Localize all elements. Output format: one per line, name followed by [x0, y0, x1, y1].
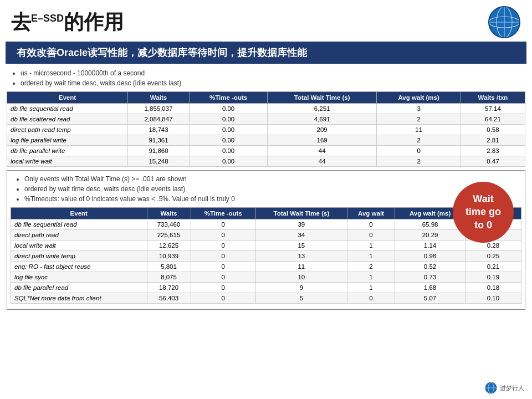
table-cell: 91,361 [127, 135, 189, 146]
table-cell: 0.98 [395, 251, 465, 262]
section1-bullets: us - microsecond - 1000000th of a second… [7, 68, 525, 88]
subtitle-banner: 有效改善Oracle读写性能，减少数据库等待时间，提升数据库性能 [6, 42, 526, 64]
section2: Only events with Total Wait Time (s) >= … [7, 170, 525, 310]
table-cell: 91,860 [127, 146, 189, 156]
table-row: db file scattered read2,084,8470.004,691… [7, 114, 525, 125]
table-cell: 2.81 [461, 135, 525, 146]
bullet-item: ordered by wait time desc, waits desc (i… [21, 78, 525, 88]
table-cell: local write wait [11, 241, 147, 251]
table-cell: 56,403 [147, 293, 191, 304]
table-cell: 2 [377, 114, 461, 125]
table-cell: 0.00 [190, 156, 268, 167]
table-cell: 0 [191, 283, 256, 293]
footer-logo: 进梦行人 [484, 381, 524, 395]
table-cell: 2 [377, 135, 461, 146]
table-cell: 0.00 [190, 135, 268, 146]
table-cell: 0.47 [461, 156, 525, 167]
table-cell: direct path read [11, 230, 147, 241]
table-row: direct path read225,615034020.290.64 [11, 230, 521, 241]
col-header-waitstxn: Waits /txn [461, 92, 525, 104]
table-row: log file parallel write91,3610.0016922.8… [7, 135, 525, 146]
s2-col-event: Event [11, 208, 147, 219]
table-cell: 1 [347, 241, 395, 251]
table-cell: 0.00 [190, 104, 268, 114]
col-header-totalwait: Total Wait Time (s) [268, 92, 377, 104]
table-cell: 0 [347, 230, 395, 241]
content-area: us - microsecond - 1000000th of a second… [0, 64, 532, 314]
title-suffix: 的作用 [64, 11, 124, 33]
s2-col-totalwait: Total Wait Time (s) [256, 208, 347, 219]
table-cell: 10,939 [147, 251, 191, 262]
table-cell: direct path read temp [7, 125, 128, 135]
table-cell: 209 [268, 125, 377, 135]
table-cell: enq: RO - fast object reuse [11, 262, 147, 272]
table-cell: 0.00 [190, 146, 268, 156]
col-header-timeouts: %Time -outs [190, 92, 268, 104]
table-cell: 2 [377, 156, 461, 167]
table-cell: 2.83 [461, 146, 525, 156]
table-cell: 0 [191, 219, 256, 230]
footer-globe-icon [484, 381, 498, 395]
table-row: enq: RO - fast object reuse5,80101120.52… [11, 262, 521, 272]
table-row: direct path read temp18,7430.00209110.58 [7, 125, 525, 135]
table-cell: 44 [268, 146, 377, 156]
col-header-avgwait: Avg wait (ms) [377, 92, 461, 104]
table-cell: 39 [256, 219, 347, 230]
table-cell: 1 [347, 272, 395, 283]
table-cell: 733,460 [147, 219, 191, 230]
table-row: local write wait12,62501511.140.28 [11, 241, 521, 251]
table-cell: 8,075 [147, 272, 191, 283]
bullet-item: us - microsecond - 1000000th of a second [21, 68, 525, 78]
table-cell: 5 [256, 293, 347, 304]
section2-table: Event Waits %Time -outs Total Wait Time … [11, 207, 521, 304]
col-header-waits: Waits [127, 92, 189, 104]
table-cell: db file parallel write [7, 146, 128, 156]
table-cell: 5.07 [395, 293, 465, 304]
table-cell: 225,615 [147, 230, 191, 241]
table-cell: 1.68 [395, 283, 465, 293]
table-cell: 1 [347, 283, 395, 293]
table-row: log file sync8,07501010.730.19 [11, 272, 521, 283]
wait-line1: Wait [473, 193, 493, 204]
table-cell: direct path write temp [11, 251, 147, 262]
table-cell: db file scattered read [7, 114, 128, 125]
table-cell: 3 [377, 104, 461, 114]
table-row: db file parallel write91,8600.004402.83 [7, 146, 525, 156]
table-cell: 57.14 [461, 104, 525, 114]
table-cell: 20.29 [395, 230, 465, 241]
table-cell: 1,855,037 [127, 104, 189, 114]
table-cell: 0 [191, 272, 256, 283]
table-cell: db file sequential read [7, 104, 128, 114]
table-cell: 6,251 [268, 104, 377, 114]
table-cell: 34 [256, 230, 347, 241]
title-prefix: 去 [11, 11, 31, 33]
table-cell: 64.21 [461, 114, 525, 125]
table-cell: 44 [268, 156, 377, 167]
table-cell: 0.52 [395, 262, 465, 272]
title-main: E–SSD [31, 13, 64, 24]
section1-table: Event Waits %Time -outs Total Wait Time … [7, 91, 525, 167]
table-cell: 0 [347, 219, 395, 230]
table-cell: db file parallel read [11, 283, 147, 293]
table-cell: local write wait [7, 156, 128, 167]
table-row: db file sequential read733,460039065.980… [11, 219, 521, 230]
bullet-item: Only events with Total Wait Time (s) >= … [24, 174, 521, 184]
table-row: direct path write temp10,93901310.980.25 [11, 251, 521, 262]
table-cell: 5,801 [147, 262, 191, 272]
table-cell: 2 [347, 262, 395, 272]
table-cell: 0 [191, 241, 256, 251]
table-row: local write wait15,2480.004420.47 [7, 156, 525, 167]
table-cell: 0.19 [465, 272, 521, 283]
bullet-item: ordered by wait time desc, waits desc (i… [24, 184, 521, 194]
header: 去E–SSD的作用 [0, 0, 532, 42]
table-cell: 1.14 [395, 241, 465, 251]
table-cell: 15,248 [127, 156, 189, 167]
s2-col-avgwait: Avg wait [347, 208, 395, 219]
table-cell: 0 [191, 251, 256, 262]
table-cell: 0.73 [395, 272, 465, 283]
table-cell: 0 [191, 262, 256, 272]
table-cell: 10 [256, 272, 347, 283]
page-title: 去E–SSD的作用 [11, 9, 124, 36]
s2-col-timeouts: %Time -outs [191, 208, 256, 219]
section2-bullets: Only events with Total Wait Time (s) >= … [11, 174, 521, 204]
